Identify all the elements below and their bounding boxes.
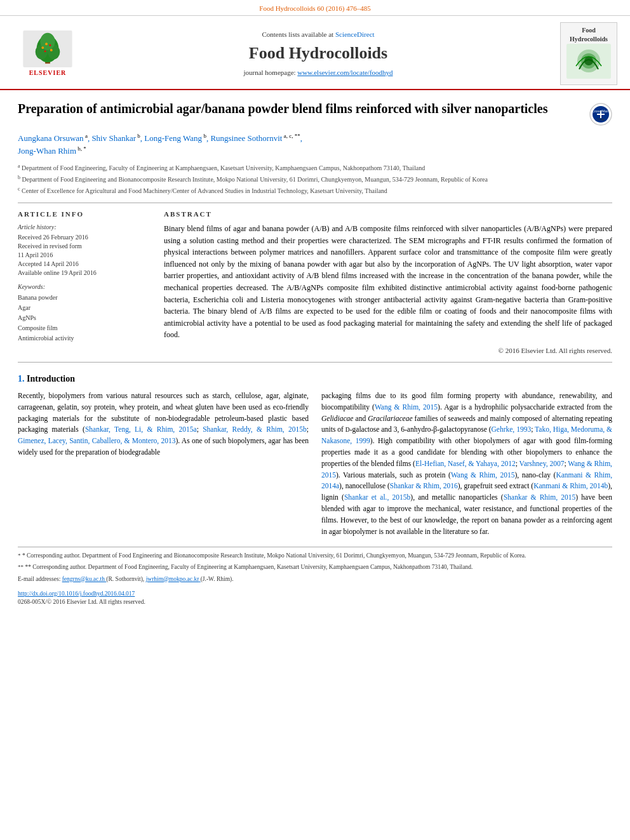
article-info-abstract-section: ARTICLE INFO Article history: Received 2… xyxy=(18,210,612,356)
ref-wang-rhim-3[interactable]: Wang & Rhim, 2015 xyxy=(451,471,515,479)
affiliation-b: b Department of Food Engineering and Bio… xyxy=(18,174,612,184)
ref-shankar-rhim-2016[interactable]: Shankar & Rhim, 2016 xyxy=(390,482,458,490)
footnote-star: * * Corresponding author. Department of … xyxy=(18,551,612,561)
elsevier-logo: ELSEVIER xyxy=(13,30,83,77)
affiliation-a: a Department of Food Engineering, Facult… xyxy=(18,163,612,173)
crossmark-badge[interactable]: CrossMark CHat xyxy=(589,103,612,126)
section-divider-2 xyxy=(18,362,612,363)
svg-point-10 xyxy=(44,50,46,52)
keyword-4: Composite film xyxy=(18,323,151,333)
journal-title: Food Hydrocolloids xyxy=(83,42,554,65)
ref-el-hefian[interactable]: El-Hefian, Nasef, & Yahaya, 2012 xyxy=(415,460,516,467)
email-link-2[interactable]: jwrhim@mokpo.ac.kr xyxy=(146,576,201,582)
journal-header: ELSEVIER Contents lists available at Sci… xyxy=(0,16,630,90)
journal-ref-text: Food Hydrocolloids 60 (2016) 476–485 xyxy=(259,4,370,12)
bottom-info: http://dx.doi.org/10.1016/j.foodhyd.2016… xyxy=(18,590,612,607)
svg-text:CHat: CHat xyxy=(597,117,605,121)
keywords-list: Banana powder Agar AgNPs Composite film … xyxy=(18,293,151,343)
footnotes: * * Corresponding author. Department of … xyxy=(18,551,612,583)
svg-point-9 xyxy=(49,44,51,46)
sciencedirect-line: Contents lists available at ScienceDirec… xyxy=(83,30,554,39)
intro-col1-text: Recently, biopolymers from various natur… xyxy=(18,390,309,458)
section-divider-1 xyxy=(18,203,612,203)
introduction-section: 1. Introduction Recently, biopolymers fr… xyxy=(18,373,612,537)
author-5: Jong-Whan Rhim xyxy=(18,146,76,156)
online-date: Available online 19 April 2016 xyxy=(18,269,151,277)
article-title: Preparation of antimicrobial agar/banana… xyxy=(18,100,582,117)
doi-link[interactable]: http://dx.doi.org/10.1016/j.foodhyd.2016… xyxy=(18,590,135,597)
keyword-1: Banana powder xyxy=(18,293,151,303)
abstract-column: ABSTRACT Binary blend films of agar and … xyxy=(164,210,612,356)
intro-body: Recently, biopolymers from various natur… xyxy=(18,390,612,538)
journal-title-area: Contents lists available at ScienceDirec… xyxy=(83,30,554,77)
keyword-3: AgNPs xyxy=(18,313,151,323)
article-info-label: ARTICLE INFO xyxy=(18,210,151,219)
badge-title: FoodHydrocolloids xyxy=(564,26,613,44)
journal-homepage: journal homepage: www.elsevier.com/locat… xyxy=(83,68,554,77)
footnote-doublestar: ** ** Corresponding author. Department o… xyxy=(18,563,612,572)
elsevier-logo-area: ELSEVIER xyxy=(13,30,83,77)
received-date: Received 26 February 2016 xyxy=(18,233,151,242)
intro-number: 1. xyxy=(18,374,25,383)
homepage-link[interactable]: www.elsevier.com/locate/foodhyd xyxy=(297,69,392,76)
keyword-2: Agar xyxy=(18,303,151,313)
article-history: Article history: Received 26 February 20… xyxy=(18,223,151,277)
author-2: Shiv Shankar xyxy=(91,133,136,143)
keywords-group: Keywords: Banana powder Agar AgNPs Compo… xyxy=(18,283,151,343)
svg-point-6 xyxy=(41,46,44,49)
elsevier-tree-icon xyxy=(22,30,73,67)
ref-varshney[interactable]: Varshney, 2007 xyxy=(519,460,565,467)
keyword-5: Antimicrobial activity xyxy=(18,333,151,343)
footnote-emails: E-mail addresses: fengrns@ku.ac.th (R. S… xyxy=(18,575,612,583)
ref-wang-rhim[interactable]: Wang & Rhim, 2015 xyxy=(375,403,438,411)
ref-tako[interactable]: Tako, Higa, Medoruma, & Nakasone, 1999 xyxy=(321,425,612,444)
author-3: Long-Feng Wang xyxy=(144,133,202,143)
svg-point-8 xyxy=(45,43,48,45)
affiliation-c: c Center of Excellence for Agricultural … xyxy=(18,185,612,196)
elsevier-text: ELSEVIER xyxy=(29,69,67,77)
author-4: Rungsinee Sothornvit xyxy=(210,133,282,143)
keywords-label: Keywords: xyxy=(18,283,151,291)
intro-col2-text: packaging films due to its good film for… xyxy=(321,390,612,538)
affiliations: a Department of Food Engineering, Facult… xyxy=(18,163,612,196)
accepted-date: Accepted 14 April 2016 xyxy=(18,260,151,269)
history-label: Article history: xyxy=(18,223,151,232)
intro-col-2: packaging films due to its good film for… xyxy=(321,390,612,538)
abstract-label: ABSTRACT xyxy=(164,210,612,219)
authors-line: Aungkana Orsuwan a, Shiv Shankar b, Long… xyxy=(18,132,612,157)
intro-heading: 1. Introduction xyxy=(18,373,612,385)
journal-top-bar: Food Hydrocolloids 60 (2016) 476–485 xyxy=(0,0,630,16)
issn-text: 0268-005X/© 2016 Elsevier Ltd. All right… xyxy=(18,599,145,605)
footnote-divider xyxy=(18,547,612,547)
revised-date: 11 April 2016 xyxy=(18,251,151,260)
ref-shankar-2015b[interactable]: Shankar, Reddy, & Rhim, 2015b xyxy=(203,425,307,433)
article-container: Preparation of antimicrobial agar/banana… xyxy=(0,90,630,619)
abstract-copyright: © 2016 Elsevier Ltd. All rights reserved… xyxy=(164,346,612,356)
intro-col-1: Recently, biopolymers from various natur… xyxy=(18,390,309,538)
ref-shankar-rhim-2015[interactable]: Shankar & Rhim, 2015 xyxy=(504,493,576,501)
homepage-label: journal homepage: xyxy=(243,69,295,76)
ref-kanmani-2014b[interactable]: Kanmani & Rhim, 2014b xyxy=(533,482,608,490)
revised-label: Received in revised form xyxy=(18,242,151,251)
article-title-section: Preparation of antimicrobial agar/banana… xyxy=(18,100,612,126)
svg-point-7 xyxy=(50,49,53,51)
journal-badge-area: FoodHydrocolloids xyxy=(560,22,617,85)
article-info-column: ARTICLE INFO Article history: Received 2… xyxy=(18,210,151,356)
journal-badge: FoodHydrocolloids xyxy=(560,22,617,85)
ref-gehrke[interactable]: Gehrke, 1993 xyxy=(492,425,532,433)
ref-gimenez[interactable]: Gimenez, Lacey, Santin, Caballero, & Mon… xyxy=(18,437,176,444)
contents-label: Contents lists available at xyxy=(262,30,333,38)
intro-title: Introduction xyxy=(27,374,75,383)
ref-shankar-2015b-2[interactable]: Shankar et al., 2015b xyxy=(344,493,410,501)
ref-shankar-2015a[interactable]: Shankar, Teng, Li, & Rhim, 2015a xyxy=(85,425,197,433)
author-1: Aungkana Orsuwan xyxy=(18,133,84,143)
abstract-text: Binary blend films of agar and banana po… xyxy=(164,223,612,341)
email-link-1[interactable]: fengrns@ku.ac.th xyxy=(62,576,107,582)
badge-graphic-icon xyxy=(566,44,611,79)
sciencedirect-link[interactable]: ScienceDirect xyxy=(335,30,375,38)
